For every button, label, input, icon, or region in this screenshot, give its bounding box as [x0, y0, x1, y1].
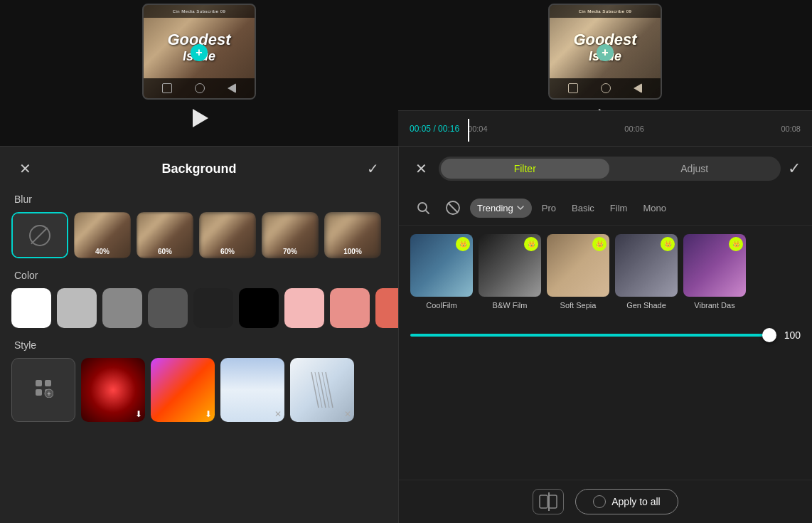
crown-badge-bwfilm: 👑 [524, 237, 538, 251]
color-swatch-red[interactable] [375, 288, 398, 328]
crown-badge-softsepia: 👑 [592, 237, 607, 251]
color-swatch-pink[interactable] [284, 288, 324, 328]
blur-none-item[interactable] [11, 212, 68, 258]
trending-button[interactable]: Trending [470, 199, 532, 218]
style-item-3[interactable]: ✕ [220, 358, 284, 422]
apply-all-icon [593, 495, 606, 508]
category-film[interactable]: Film [604, 199, 634, 218]
phone-nav-triangle-right [634, 83, 642, 93]
phone-nav-triangle-left [228, 83, 236, 93]
phone-top-bar-left: Cin Media Subscribe 09 [144, 5, 255, 18]
svg-rect-2 [36, 389, 42, 396]
tab-filter[interactable]: Filter [441, 159, 609, 179]
blur-none-icon [29, 225, 50, 246]
background-title: Background [161, 162, 236, 176]
filter-intensity-slider[interactable] [410, 334, 771, 337]
style-label: Style [0, 334, 398, 355]
filter-panel: ✕ Filter Adjust ✓ Trendin [398, 146, 812, 523]
category-mono[interactable]: Mono [637, 199, 672, 218]
slider-container: 100 [410, 329, 801, 341]
style-add-icon: + [33, 378, 53, 402]
split-view-button[interactable] [533, 489, 564, 514]
filter-name-softsepia: Soft Sepia [560, 301, 597, 310]
svg-text:+: + [47, 390, 51, 398]
filter-coolfilm[interactable]: 👑 CoolFilm [410, 234, 473, 310]
blur-label-60b: 60% [199, 248, 256, 255]
timeline-marker-2: 00:06 [624, 125, 644, 133]
filter-name-genshade: Gen Shade [626, 301, 666, 310]
filter-grid: 👑 CoolFilm 👑 B&W Film 👑 Soft Sepia [399, 226, 812, 318]
color-swatch-white[interactable] [11, 288, 51, 328]
blur-item-40[interactable]: 40% [74, 212, 131, 258]
timeline-bar: 00:05 / 00:16 00:04 00:06 00:08 [398, 110, 812, 146]
background-close-button[interactable]: ✕ [14, 158, 36, 179]
apply-to-all-button[interactable]: Apply to all [575, 489, 678, 514]
main-content: ✕ Background ✓ Blur 40% 60% 60% [0, 146, 812, 523]
timeline-cursor [468, 119, 469, 142]
style-row: + ⬇ ⬇ ✕ ✕ [0, 355, 398, 428]
crown-badge-genshade: 👑 [661, 237, 675, 251]
phone-add-btn-right[interactable]: + [597, 44, 614, 61]
blur-item-60a[interactable]: 60% [137, 212, 193, 258]
color-swatch-black[interactable] [239, 288, 279, 328]
svg-line-7 [315, 372, 322, 408]
phone-mockup-right: Cin Media Subscribe 09 Goodest Issue + [548, 4, 662, 100]
color-swatch-lightgray[interactable] [57, 288, 97, 328]
blur-label-40: 40% [74, 248, 131, 255]
color-swatch-gray[interactable] [102, 288, 142, 328]
timeline-marker-3: 00:08 [781, 125, 801, 133]
filter-vibrantdas[interactable]: 👑 Vibrant Das [683, 234, 746, 310]
category-pro[interactable]: Pro [536, 199, 562, 218]
background-panel: ✕ Background ✓ Blur 40% 60% 60% [0, 146, 398, 523]
blur-item-100[interactable]: 100% [324, 212, 381, 258]
search-button[interactable] [410, 195, 436, 221]
style-item-2[interactable]: ⬇ [151, 358, 215, 422]
filter-close-button[interactable]: ✕ [410, 158, 432, 179]
blur-item-70[interactable]: 70% [262, 212, 319, 258]
phone-nav-circle-right [601, 83, 611, 93]
category-bar: Trending Pro Basic Film Mono [399, 191, 812, 226]
play-button-left[interactable] [186, 105, 212, 131]
timeline-marker-1: 00:04 [468, 125, 488, 133]
blur-label-100: 100% [324, 248, 381, 255]
blur-label-60a: 60% [137, 248, 193, 255]
filter-genshade[interactable]: 👑 Gen Shade [615, 234, 678, 310]
filter-tabs: Filter Adjust [439, 157, 781, 181]
style-add-button[interactable]: + [11, 358, 75, 422]
slider-thumb[interactable] [762, 328, 776, 342]
category-basic[interactable]: Basic [566, 199, 600, 218]
style-item-1[interactable]: ⬇ [81, 358, 145, 422]
blur-label-70: 70% [262, 248, 319, 255]
filter-thumb-coolfilm: 👑 [410, 234, 473, 297]
filter-bwfilm[interactable]: 👑 B&W Film [479, 234, 541, 310]
background-check-button[interactable]: ✓ [363, 158, 384, 179]
svg-rect-16 [549, 495, 557, 508]
svg-rect-0 [36, 380, 42, 386]
color-swatch-nearblack[interactable] [193, 288, 233, 328]
svg-line-6 [311, 372, 319, 408]
tab-adjust[interactable]: Adjust [611, 159, 779, 179]
svg-line-9 [322, 372, 329, 408]
phone-add-btn-left[interactable]: + [191, 44, 208, 61]
svg-line-14 [448, 203, 458, 213]
filter-thumb-genshade: 👑 [615, 234, 678, 297]
filter-name-coolfilm: CoolFilm [426, 301, 456, 310]
color-swatch-salmon[interactable] [330, 288, 370, 328]
color-swatch-darkgray[interactable] [148, 288, 188, 328]
style-item-4[interactable]: ✕ [290, 358, 354, 422]
svg-rect-15 [540, 495, 547, 508]
preview-left: Cin Media Subscribe 09 Goodest Issue + [0, 0, 398, 146]
color-label: Color [0, 264, 398, 285]
svg-line-12 [426, 211, 429, 213]
phone-mockup-left: Cin Media Subscribe 09 Goodest Issue + [142, 4, 256, 100]
crown-badge-vibrantdas: 👑 [729, 237, 743, 251]
filter-check-button[interactable]: ✓ [788, 159, 801, 178]
apply-to-all-label: Apply to all [611, 496, 660, 507]
blur-item-60b[interactable]: 60% [199, 212, 256, 258]
crown-badge-coolfilm: 👑 [456, 237, 470, 251]
filter-name-bwfilm: B&W Film [493, 301, 528, 310]
filter-name-vibrantdas: Vibrant Das [694, 301, 734, 310]
filter-softsepia[interactable]: 👑 Soft Sepia [547, 234, 609, 310]
phone-nav-right [550, 78, 661, 98]
no-filter-button[interactable] [440, 195, 466, 221]
